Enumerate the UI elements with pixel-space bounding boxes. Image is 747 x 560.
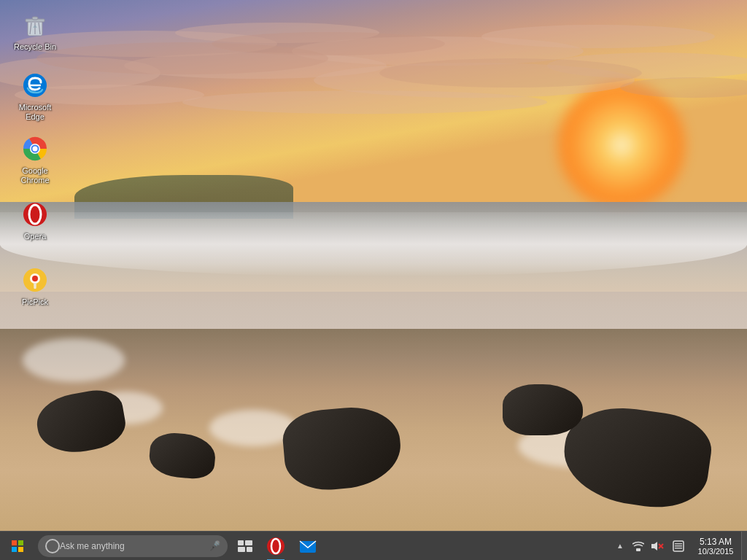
desktop-icons-container: Recycle Bin Microsoft Edge <box>0 0 747 531</box>
microphone-icon: 🎤 <box>209 540 220 551</box>
task-view-button[interactable] <box>231 532 260 561</box>
clock[interactable]: 5:13 AM 10/3/2015 <box>690 532 741 561</box>
svg-marker-39 <box>651 542 657 551</box>
recycle-bin-icon <box>20 10 50 39</box>
svg-point-23 <box>33 147 38 152</box>
google-chrome-icon <box>20 134 50 163</box>
show-hidden-icons-button[interactable]: ▲ <box>611 532 629 561</box>
opera-icon <box>20 200 50 229</box>
svg-rect-16 <box>32 17 38 20</box>
google-chrome-label: Google Chrome <box>9 166 61 185</box>
windows-logo-icon <box>12 540 23 552</box>
svg-rect-43 <box>675 543 682 545</box>
svg-rect-45 <box>675 548 682 549</box>
recycle-bin-label: Recycle Bin <box>14 42 56 52</box>
svg-rect-44 <box>675 545 682 547</box>
svg-rect-31 <box>238 540 244 545</box>
desktop: Recycle Bin Microsoft Edge <box>0 0 747 531</box>
network-icon <box>632 540 644 552</box>
action-center-icon <box>673 540 684 552</box>
picpick-icon <box>20 265 50 295</box>
network-tray-icon[interactable] <box>629 532 648 561</box>
microsoft-edge-icon <box>20 71 50 100</box>
taskbar-mail[interactable] <box>292 532 324 561</box>
picpick-label: PicPick <box>22 298 48 307</box>
opera-label: Opera <box>24 232 47 241</box>
taskbar-mail-icon <box>298 537 317 556</box>
desktop-icon-picpick[interactable]: PicPick <box>6 262 64 310</box>
speaker-muted-icon <box>651 540 664 552</box>
action-center-button[interactable] <box>667 532 690 561</box>
search-bar[interactable]: Ask me anything 🎤 <box>38 535 228 557</box>
desktop-icon-opera[interactable]: Opera <box>6 197 64 244</box>
svg-rect-38 <box>636 548 640 551</box>
taskbar-opera[interactable] <box>260 532 292 561</box>
task-view-icon <box>238 540 252 552</box>
start-button[interactable] <box>0 532 35 561</box>
clock-date: 10/3/2015 <box>698 547 734 556</box>
cortana-icon <box>45 539 60 553</box>
svg-rect-32 <box>245 540 252 545</box>
svg-point-35 <box>267 537 285 555</box>
svg-rect-33 <box>238 547 245 552</box>
search-placeholder: Ask me anything <box>60 541 125 551</box>
microsoft-edge-label: Microsoft Edge <box>9 103 61 122</box>
svg-rect-34 <box>247 547 252 552</box>
system-tray: ▲ <box>611 532 747 561</box>
desktop-icon-google-chrome[interactable]: Google Chrome <box>6 131 64 188</box>
desktop-icon-microsoft-edge[interactable]: Microsoft Edge <box>6 68 64 125</box>
chevron-up-icon: ▲ <box>616 542 624 550</box>
svg-point-24 <box>23 203 47 226</box>
svg-point-28 <box>32 276 38 281</box>
clock-time: 5:13 AM <box>700 537 732 547</box>
taskbar-opera-icon <box>266 537 285 556</box>
volume-tray-icon[interactable] <box>648 532 667 561</box>
show-desktop-button[interactable] <box>741 532 747 561</box>
taskbar: Ask me anything 🎤 ▲ <box>0 531 747 560</box>
desktop-icon-recycle-bin[interactable]: Recycle Bin <box>6 7 64 55</box>
